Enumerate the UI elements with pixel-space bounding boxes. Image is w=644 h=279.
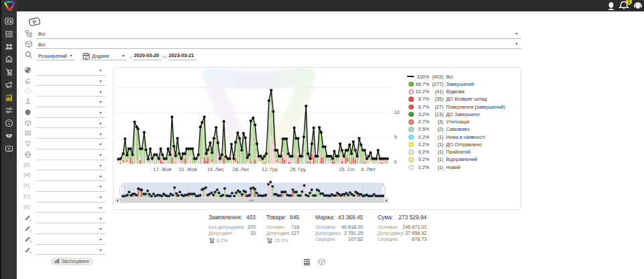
svg-text:17. Жов: 17. Жов bbox=[154, 166, 172, 172]
svg-text:6. Лют: 6. Лют bbox=[361, 166, 376, 172]
svg-text:31. Жов: 31. Жов bbox=[179, 166, 197, 172]
svg-text:26. Гру: 26. Гру bbox=[290, 166, 306, 172]
svg-text:14. Лис: 14. Лис bbox=[207, 166, 224, 172]
svg-text:28. Лис: 28. Лис bbox=[233, 166, 250, 172]
svg-text:23. Січ: 23. Січ bbox=[339, 166, 355, 172]
svg-text:12. Гру: 12. Гру bbox=[262, 166, 278, 172]
